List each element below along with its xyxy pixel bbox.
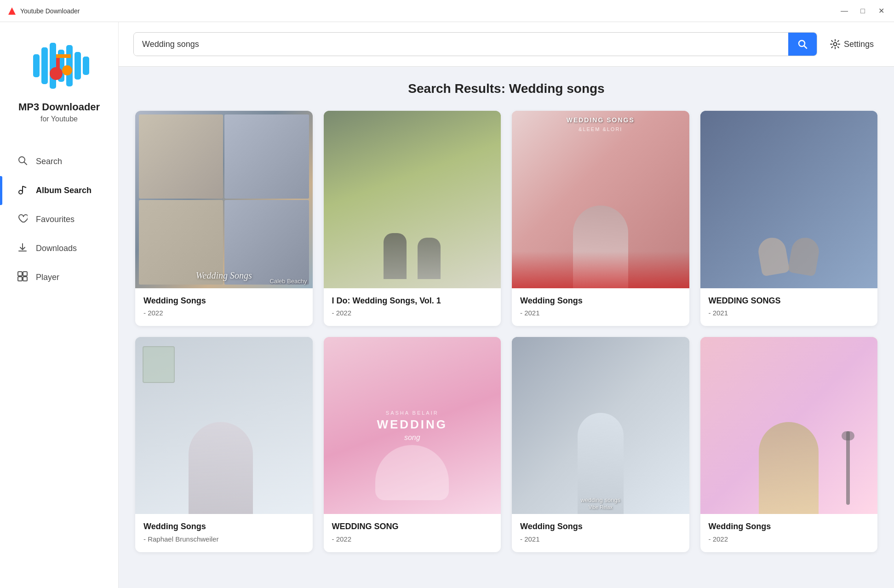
- album-title-7: Wedding Songs: [520, 521, 681, 532]
- minimize-button[interactable]: —: [839, 6, 850, 17]
- album-cover-7: wedding songsVibe Relax: [512, 337, 689, 514]
- svg-rect-7: [83, 57, 89, 75]
- search-icon: [17, 155, 29, 168]
- cover-ribbon-3: [512, 251, 689, 288]
- album-meta-8: - 2022: [709, 535, 870, 543]
- download-icon: [17, 242, 29, 255]
- svg-rect-2: [41, 47, 48, 84]
- svg-point-14: [19, 190, 23, 194]
- cover-band-label-3: WEDDING SONGS: [512, 116, 689, 124]
- album-title-6: WEDDING SONG: [332, 521, 493, 532]
- album-info-4: WEDDING SONGS - 2021: [700, 288, 878, 326]
- titlebar-title: Youtube Downloader: [20, 7, 80, 15]
- album-card-6[interactable]: SASHA BELAIR WEDDING song WEDDING SONG -…: [324, 337, 501, 552]
- sidebar-item-album-search[interactable]: Album Search: [0, 176, 118, 205]
- app-name: MP3 Downloader: [18, 101, 100, 113]
- search-button[interactable]: [788, 33, 817, 56]
- album-card-3[interactable]: WEDDING SONGS &LEEM &LORI Wedding Songs …: [512, 111, 689, 326]
- svg-point-24: [833, 43, 837, 46]
- app-subtitle: for Youtube: [40, 115, 78, 123]
- album-info-1: Wedding Songs - 2022: [135, 288, 313, 326]
- titlebar-controls: — □ ✕: [839, 6, 887, 17]
- results-area: Search Results: Wedding songs Weddin: [119, 67, 894, 588]
- album-card-8[interactable]: Wedding Songs - 2022: [700, 337, 878, 552]
- heart-icon: [17, 213, 29, 226]
- svg-rect-3: [50, 43, 56, 89]
- album-meta-3: - 2021: [520, 309, 681, 317]
- search-input-wrapper: [133, 32, 817, 56]
- search-bar-area: Settings: [119, 22, 894, 67]
- album-meta-6: - 2022: [332, 535, 493, 543]
- album-card-5[interactable]: Wedding Songs - Raphael Brunschweiler: [135, 337, 313, 552]
- svg-line-23: [804, 46, 807, 49]
- sidebar-item-search[interactable]: Search: [0, 147, 118, 176]
- album-meta-7: - 2021: [520, 535, 681, 543]
- album-meta-4: - 2021: [709, 309, 870, 317]
- album-title-3: Wedding Songs: [520, 296, 681, 306]
- album-info-3: Wedding Songs - 2021: [512, 288, 689, 326]
- svg-rect-21: [23, 277, 27, 281]
- album-info-6: WEDDING SONG - 2022: [324, 514, 501, 552]
- results-grid: Wedding Songs Caleb Beachy Wedding Songs…: [135, 111, 877, 552]
- svg-rect-18: [18, 272, 22, 276]
- album-info-8: Wedding Songs - 2022: [700, 514, 878, 552]
- close-button[interactable]: ✕: [876, 6, 887, 17]
- album-card-2[interactable]: I Do: Wedding Songs, Vol. 1 - 2022: [324, 111, 501, 326]
- app-logo: [29, 36, 89, 96]
- album-title-2: I Do: Wedding Songs, Vol. 1: [332, 296, 493, 306]
- album-meta-1: - 2022: [143, 309, 304, 317]
- album-title-1: Wedding Songs: [143, 296, 304, 306]
- album-cover-2: [324, 111, 501, 288]
- search-button-icon: [797, 39, 808, 49]
- logo-container: MP3 Downloader for Youtube: [18, 36, 100, 123]
- album-title-5: Wedding Songs: [143, 521, 304, 532]
- sidebar-item-favourites[interactable]: Favourites: [0, 205, 118, 234]
- main-content: Settings Search Results: Wedding songs: [119, 22, 894, 588]
- album-cover-4: [700, 111, 878, 288]
- app-body: MP3 Downloader for Youtube Search: [0, 22, 894, 588]
- svg-rect-19: [23, 272, 27, 276]
- sidebar: MP3 Downloader for Youtube Search: [0, 22, 119, 588]
- sidebar-nav: Search Album Search: [0, 147, 118, 292]
- sidebar-item-player-label: Player: [36, 273, 59, 282]
- album-info-2: I Do: Wedding Songs, Vol. 1 - 2022: [324, 288, 501, 326]
- svg-rect-11: [56, 54, 71, 58]
- settings-label: Settings: [844, 40, 874, 49]
- cover-text-1: Wedding Songs: [196, 270, 252, 281]
- svg-point-9: [62, 65, 72, 75]
- svg-marker-0: [8, 7, 16, 15]
- album-cover-3: WEDDING SONGS &LEEM &LORI: [512, 111, 689, 288]
- album-cover-8: [700, 337, 878, 514]
- svg-line-13: [24, 162, 27, 165]
- sidebar-item-player[interactable]: Player: [0, 263, 118, 292]
- search-input[interactable]: [134, 33, 788, 56]
- sidebar-item-downloads-label: Downloads: [36, 244, 77, 253]
- sidebar-item-favourites-label: Favourites: [36, 215, 74, 224]
- album-card-7[interactable]: wedding songsVibe Relax Wedding Songs - …: [512, 337, 689, 552]
- titlebar-left: Youtube Downloader: [7, 6, 80, 16]
- album-info-7: Wedding Songs - 2021: [512, 514, 689, 552]
- sidebar-item-search-label: Search: [36, 157, 62, 166]
- album-cover-1: Wedding Songs Caleb Beachy: [135, 111, 313, 288]
- album-info-5: Wedding Songs - Raphael Brunschweiler: [135, 514, 313, 552]
- player-icon: [17, 271, 29, 284]
- sidebar-item-downloads[interactable]: Downloads: [0, 234, 118, 263]
- cover-sasha-main: WEDDING: [377, 417, 447, 431]
- svg-rect-20: [18, 277, 22, 281]
- settings-button[interactable]: Settings: [825, 35, 879, 53]
- svg-line-16: [23, 186, 26, 188]
- album-meta-2: - 2022: [332, 309, 493, 317]
- cover-sasha-sub: song: [377, 433, 447, 441]
- app-icon: [7, 6, 17, 16]
- cover-sasha-title: SASHA BELAIR WEDDING song: [377, 410, 447, 441]
- maximize-button[interactable]: □: [857, 6, 868, 17]
- svg-rect-1: [33, 54, 40, 77]
- album-card-1[interactable]: Wedding Songs Caleb Beachy Wedding Songs…: [135, 111, 313, 326]
- settings-icon: [830, 39, 840, 49]
- music-note-icon: [17, 184, 29, 197]
- album-title-4: WEDDING SONGS: [709, 296, 870, 306]
- results-title: Search Results: Wedding songs: [135, 81, 877, 96]
- album-title-8: Wedding Songs: [709, 521, 870, 532]
- cover-artist-1: Caleb Beachy: [270, 278, 307, 285]
- album-card-4[interactable]: WEDDING SONGS - 2021: [700, 111, 878, 326]
